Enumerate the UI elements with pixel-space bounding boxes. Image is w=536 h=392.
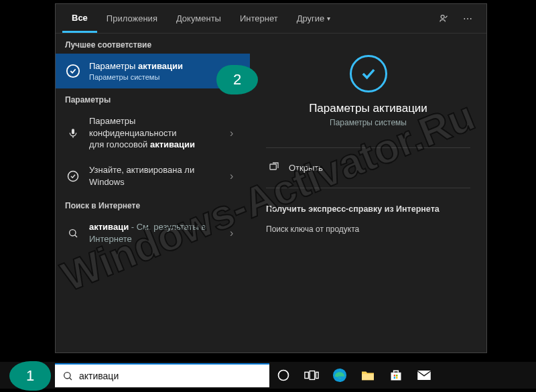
tab-web[interactable]: Интернет (230, 4, 287, 33)
svg-point-7 (279, 371, 289, 381)
open-icon (269, 161, 281, 174)
callout-1: 1 (9, 361, 51, 391)
svg-rect-18 (417, 371, 431, 380)
check-circle-icon (64, 170, 82, 182)
tab-apps[interactable]: Приложения (97, 4, 167, 33)
svg-rect-2 (72, 129, 74, 134)
svg-rect-10 (316, 372, 318, 378)
svg-rect-16 (394, 377, 396, 379)
task-view-icon[interactable] (303, 367, 320, 384)
svg-rect-5 (270, 164, 276, 170)
svg-rect-12 (362, 374, 374, 380)
preview-pane: Параметры активации Параметры системы От… (250, 34, 486, 352)
tab-docs[interactable]: Документы (167, 4, 230, 33)
chevron-right-icon: › (230, 127, 242, 139)
svg-rect-15 (396, 375, 398, 377)
tabs: Все Приложения Документы Интернет Другие… (56, 4, 486, 34)
svg-rect-9 (310, 371, 314, 380)
result-privacy-voice[interactable]: Параметры конфиденциальности для голосов… (56, 109, 250, 157)
search-icon (62, 371, 74, 381)
check-circle-icon (64, 64, 82, 78)
svg-point-0 (441, 15, 444, 19)
preview-subtitle: Параметры системы (266, 118, 470, 127)
edge-icon[interactable] (331, 367, 348, 384)
help-product-key[interactable]: Поиск ключа от продукта (266, 220, 470, 238)
check-circle-icon (350, 55, 387, 92)
section-params: Параметры (56, 88, 250, 109)
svg-rect-14 (394, 375, 396, 377)
feedback-icon[interactable] (431, 13, 456, 23)
help-title: Получить экспресс-справку из Интернета (266, 204, 470, 214)
chevron-right-icon: › (230, 170, 242, 182)
chevron-right-icon: › (230, 227, 242, 239)
svg-point-3 (68, 171, 78, 181)
svg-rect-17 (396, 377, 398, 379)
callout-2: 2 (216, 65, 258, 94)
search-icon (64, 228, 82, 239)
svg-point-4 (70, 229, 76, 235)
svg-rect-8 (305, 372, 309, 378)
more-icon[interactable]: ⋯ (456, 13, 480, 24)
tab-more[interactable]: Другие▾ (287, 4, 340, 33)
result-web-search[interactable]: активаци - См. результаты в Интернете › (56, 214, 250, 251)
mail-icon[interactable] (415, 367, 433, 384)
result-check-activated[interactable]: Узнайте, активирована ли Windows › (56, 157, 250, 194)
explorer-icon[interactable] (359, 367, 377, 384)
section-web: Поиск в Интернете (56, 194, 250, 214)
search-input[interactable] (79, 371, 263, 381)
svg-point-6 (64, 373, 70, 379)
store-icon[interactable] (387, 367, 405, 384)
preview-title: Параметры активации (266, 102, 470, 115)
svg-point-1 (67, 65, 79, 77)
taskbar-icons (275, 362, 433, 389)
section-best-match: Лучшее соответствие (56, 34, 250, 54)
search-box[interactable] (55, 363, 269, 387)
cortana-icon[interactable] (275, 367, 292, 384)
open-button[interactable]: Открыть (266, 152, 470, 184)
mic-icon (64, 128, 82, 139)
tab-all[interactable]: Все (62, 4, 97, 33)
search-panel: Все Приложения Документы Интернет Другие… (55, 3, 487, 353)
